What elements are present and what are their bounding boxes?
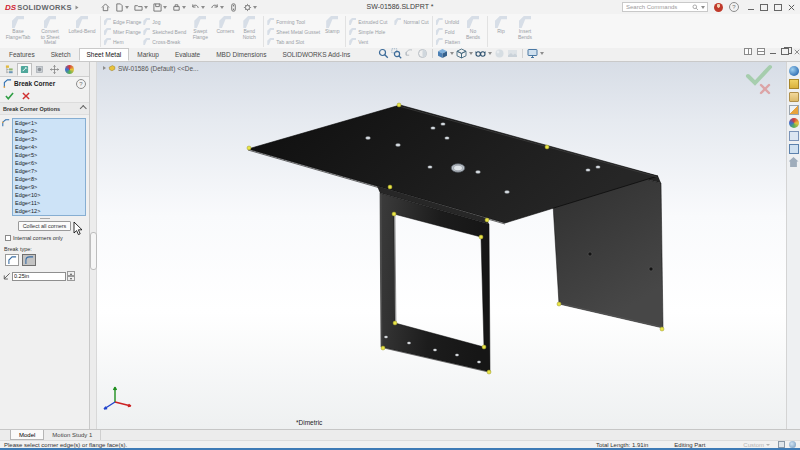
previous-view-icon[interactable] xyxy=(404,48,415,59)
propertymanager-tab[interactable] xyxy=(17,63,32,76)
command-tab[interactable]: Features xyxy=(1,48,43,61)
search-scope-caret-icon[interactable] xyxy=(701,6,705,9)
hide-show-items-icon[interactable] xyxy=(475,48,486,59)
edge-list-item[interactable]: Edge<1> xyxy=(13,119,85,127)
edge-selection-list[interactable]: Edge<1> Edge<2> Edge<3> Edge<4> Edge<5> … xyxy=(12,118,86,216)
doc-minimize-button[interactable] xyxy=(770,53,776,54)
edge-list-item[interactable]: Edge<6> xyxy=(13,159,85,167)
graphics-viewport[interactable]: SW-01586 (Default) <<De... *Dimetric xyxy=(97,62,786,429)
restore-button[interactable] xyxy=(774,4,782,11)
featuremanager-tree-tab[interactable] xyxy=(2,63,17,76)
status-tag-icon[interactable] xyxy=(778,441,785,448)
minimize-button[interactable] xyxy=(748,9,754,10)
save-icon[interactable] xyxy=(153,3,167,12)
list-resize-grip[interactable] xyxy=(40,218,50,219)
doc-restore-button[interactable] xyxy=(781,48,789,55)
redo-icon[interactable] xyxy=(210,3,224,12)
user-avatar[interactable] xyxy=(714,3,723,12)
apply-scene-icon[interactable] xyxy=(507,48,518,59)
hide-show-caret-icon[interactable] xyxy=(488,52,492,55)
fold-button[interactable]: Fold xyxy=(436,27,460,36)
internal-corners-checkbox[interactable] xyxy=(5,235,11,241)
document-tab[interactable]: Motion Study 1 xyxy=(44,430,101,440)
ok-button[interactable] xyxy=(5,92,14,100)
collect-all-corners-button[interactable]: Collect all corners xyxy=(18,221,72,231)
zoom-to-fit-icon[interactable] xyxy=(378,48,389,59)
display-style-icon[interactable] xyxy=(456,48,467,59)
units-selector[interactable]: Custom xyxy=(743,442,764,448)
corners-button[interactable]: Corners xyxy=(214,15,236,48)
rip-button[interactable]: Rip xyxy=(491,15,511,48)
edge-list-item[interactable]: Edge<5> xyxy=(13,151,85,159)
search-input[interactable] xyxy=(623,4,692,10)
bend-notch-button[interactable]: Bend Notch xyxy=(238,15,260,48)
edge-list-item[interactable]: Edge<12> xyxy=(13,207,85,215)
options-gear-icon[interactable] xyxy=(243,3,257,12)
command-tab[interactable]: Evaluate xyxy=(167,48,208,61)
edge-list-item[interactable]: Edge<11> xyxy=(13,199,85,207)
swept-flange-button[interactable]: Swept Flange xyxy=(188,15,212,48)
close-button[interactable] xyxy=(788,4,795,11)
fillet-break-button[interactable] xyxy=(22,254,36,266)
sketched-bend-button[interactable]: Sketched Bend xyxy=(143,27,186,36)
base-flange-button[interactable]: Base Flange/Tab xyxy=(3,15,33,48)
command-tab[interactable]: MBD Dimensions xyxy=(208,48,274,61)
new-document-icon[interactable] xyxy=(115,3,129,12)
stamp-button[interactable]: Stamp xyxy=(322,15,342,48)
miter-flange-button[interactable]: Miter Flange xyxy=(104,27,141,36)
distance-spinner[interactable] xyxy=(67,271,75,281)
panel-splitter[interactable] xyxy=(90,62,97,429)
rebuild-icon[interactable] xyxy=(229,3,238,12)
spin-down-icon[interactable] xyxy=(67,276,75,281)
command-tab[interactable]: Sheet Metal xyxy=(79,48,130,61)
view-orientation-caret-icon[interactable] xyxy=(450,52,454,55)
simple-hole-button[interactable]: Simple Hole xyxy=(349,27,428,36)
part-model[interactable] xyxy=(97,62,786,429)
insert-bends-button[interactable]: Insert Bends xyxy=(513,15,537,48)
edge-list-item[interactable]: Edge<7> xyxy=(13,167,85,175)
search-commands-box[interactable] xyxy=(622,2,708,12)
extruded-cut-button[interactable]: Extruded Cut xyxy=(349,17,387,26)
custom-properties-icon[interactable] xyxy=(789,131,799,141)
edge-flange-button[interactable]: Edge Flange xyxy=(104,17,141,26)
sheet-metal-gusset-button[interactable]: Sheet Metal Gusset xyxy=(267,27,320,36)
open-icon[interactable] xyxy=(134,3,148,12)
flatten-button[interactable]: Flatten xyxy=(436,37,460,46)
edge-list-item[interactable]: Edge<9> xyxy=(13,183,85,191)
dimxpertmanager-tab[interactable] xyxy=(47,63,62,76)
chamfer-break-button[interactable] xyxy=(5,254,19,266)
command-tab[interactable]: Sketch xyxy=(43,48,79,61)
undo-icon[interactable] xyxy=(191,3,205,12)
maximize-button[interactable] xyxy=(760,4,768,11)
edge-list-item[interactable]: Edge<2> xyxy=(13,127,85,135)
help-icon[interactable]: ? xyxy=(729,2,739,12)
pm-help-icon[interactable]: ? xyxy=(76,79,86,89)
document-tab[interactable]: Model xyxy=(10,430,44,440)
edge-list-item[interactable]: Edge<10> xyxy=(13,191,85,199)
view-orientation-icon[interactable] xyxy=(437,48,448,59)
home-icon[interactable] xyxy=(101,3,110,12)
split-view-horizontal-icon[interactable] xyxy=(757,48,765,55)
view-settings-icon[interactable] xyxy=(527,48,538,59)
search-icon[interactable] xyxy=(692,4,699,11)
edge-list-item[interactable]: Edge<8> xyxy=(13,175,85,183)
cancel-button[interactable] xyxy=(22,92,30,100)
vent-button[interactable]: Vent xyxy=(349,37,428,46)
unfold-button[interactable]: Unfold xyxy=(436,17,460,26)
display-pane-icon[interactable] xyxy=(789,144,799,154)
normal-cut-button[interactable]: Normal Cut xyxy=(394,17,428,26)
jog-button[interactable]: Jog xyxy=(143,17,186,26)
confirm-cancel-button[interactable] xyxy=(759,83,771,95)
forum-home-icon[interactable] xyxy=(789,157,799,167)
display-style-caret-icon[interactable] xyxy=(469,52,473,55)
logo-expand-icon[interactable] xyxy=(75,5,78,9)
tree-expand-icon[interactable] xyxy=(103,66,106,70)
command-tab[interactable]: SOLIDWORKS Add-Ins xyxy=(274,48,358,61)
edit-appearance-icon[interactable] xyxy=(494,48,505,59)
convert-to-sheet-metal-button[interactable]: Convert to Sheet Metal xyxy=(35,15,65,48)
appearances-scenes-icon[interactable] xyxy=(789,118,799,128)
breadcrumb[interactable]: SW-01586 (Default) <<De... xyxy=(103,64,198,72)
print-icon[interactable] xyxy=(172,3,186,12)
lofted-bend-button[interactable]: Lofted-Bend xyxy=(67,15,97,48)
cross-break-button[interactable]: Cross-Break xyxy=(143,37,186,46)
